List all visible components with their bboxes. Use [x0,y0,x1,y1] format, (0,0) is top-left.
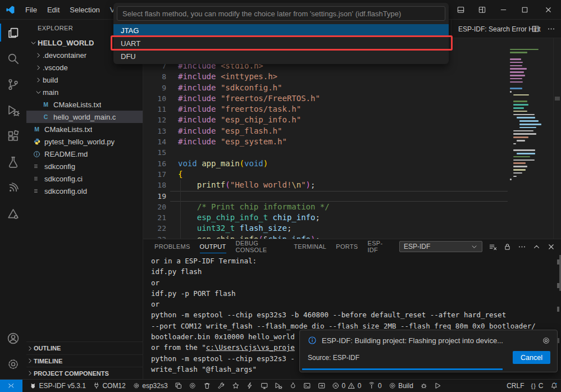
statusbar-language-mode[interactable]: {}C [527,380,546,392]
close-panel-icon[interactable] [547,243,555,251]
quick-pick-input[interactable] [117,6,445,21]
menu-edit[interactable]: Edit [42,4,65,16]
menu-selection[interactable]: Selection [65,4,104,16]
line-number: 20 [143,202,178,212]
toggle-panel-button[interactable] [450,0,471,20]
statusbar-open-command-button[interactable] [314,380,329,392]
statusbar-terminal-button[interactable] [300,380,314,392]
output-channel-select[interactable]: ESP-IDF [399,241,482,252]
quick-pick-option-dfu[interactable]: DFU [113,50,449,63]
panel-tab-esp-idf[interactable]: ESP-IDF [368,239,390,254]
cancel-button[interactable]: Cancel [513,351,550,364]
maximize-button[interactable] [514,0,535,20]
statusbar-sdk-config-button[interactable] [185,380,200,392]
panel-tab-problems[interactable]: PROBLEMS [154,239,190,254]
bell-icon [550,382,558,390]
wrench-icon [217,382,225,390]
section-project-components[interactable]: PROJECT COMPONENTS [26,367,143,379]
sidebar-item-sdkconfig[interactable]: sdkconfig [26,160,143,172]
statusbar-build-task[interactable]: Build [385,380,417,392]
statusbar-monitor-button[interactable] [257,380,272,392]
statusbar-notifications-bell[interactable] [547,380,561,392]
panel-tab-debug-console[interactable]: DEBUG CONSOLE [236,239,285,254]
chevron-down-icon [34,89,43,96]
file-label: sdkconfig [44,162,75,171]
chevron-right-icon [26,370,34,377]
minimap[interactable] [510,48,554,181]
statusbar-text: 0 [342,382,346,390]
panel-more-actions-icon[interactable] [518,243,526,251]
close-button[interactable] [535,0,561,20]
sidebar-item-hello-world-main-c[interactable]: Chello_world_main.c [26,111,143,123]
notification-settings-icon[interactable] [542,336,550,345]
statusbar-build-flash-monitor-button[interactable] [286,380,300,392]
statusbar-device-target[interactable]: esp32s3 [129,380,171,392]
activity-esp-idf[interactable] [0,200,26,226]
activity-run-and-debug[interactable] [0,97,26,123]
menu-file[interactable]: File [20,4,42,16]
sidebar-item-main[interactable]: main [26,86,143,98]
code-text: #include "sdkconfig.h" [178,83,282,93]
statusbar-custom-task-button[interactable] [214,380,229,392]
editor-more-actions-icon[interactable] [547,25,555,33]
gear-icon [189,382,197,390]
cmake-file-icon: M [32,126,42,133]
debug-icon [275,382,282,390]
code-text: #include "freertos/FreeRTOS.h" [178,93,320,104]
editor-scrollbar-thumb[interactable] [555,97,560,101]
sidebar-item-pytest-hello-world-py[interactable]: pytest_hello_world.py [26,135,143,148]
explorer-sidebar: EXPLORER HELLO_WORLD.devcontainer.vscode… [26,20,143,379]
output-file-link[interactable]: c:\Users\cjs\vs_proje [206,343,295,352]
minimize-button[interactable] [492,0,514,20]
sidebar-item-sdkconfig-ci[interactable]: sdkconfig.ci [26,172,143,185]
sidebar-item-sdkconfig-old[interactable]: sdkconfig.old [26,185,143,197]
sidebar-item-readme-md[interactable]: README.md [26,148,143,160]
split-editor-icon[interactable] [531,25,540,33]
code-editor[interactable]: 7#include <stdio.h>8#include <inttypes.h… [143,38,561,239]
section-outline[interactable]: OUTLINE [26,342,143,354]
statusbar-flash-method-button[interactable] [229,380,243,392]
panel-tab-terminal[interactable]: TERMINAL [294,239,326,254]
activity-search[interactable] [0,45,26,71]
activity-manage-settings[interactable] [0,351,26,377]
file-label: build [43,76,58,84]
code-text: uint32_t flash_size; [178,223,291,234]
panel-tab-ports[interactable]: PORTS [336,239,358,254]
clear-output-icon[interactable] [489,243,497,251]
lock-scroll-icon[interactable] [503,243,512,251]
statusbar-full-clean-button[interactable] [200,380,215,392]
activity-source-control[interactable] [0,71,26,97]
antenna-icon [368,382,376,390]
code-text: #include <inttypes.h> [178,71,277,82]
panel-header: PROBLEMSOUTPUTDEBUG CONSOLETERMINALPORTS… [143,239,561,254]
activity-accounts[interactable] [0,325,26,351]
sidebar-item-cmakelists-txt[interactable]: MCMakeLists.txt [26,123,143,135]
statusbar-ports-status[interactable]: 0 [364,380,385,392]
activity-testing[interactable] [0,149,26,175]
code-text: /* Print chip information */ [178,202,330,212]
sidebar-item-build[interactable]: build [26,74,143,86]
statusbar-serial-port[interactable]: COM12 [89,380,129,392]
statusbar-project-folder-button[interactable] [171,380,186,392]
activity-espressif-explorer[interactable] [0,175,26,200]
statusbar-run-button[interactable] [431,380,445,392]
window-controls [450,0,561,20]
statusbar-problems[interactable]: 00 [329,380,364,392]
statusbar-text: Build [398,382,413,390]
code-line: 15 [143,147,561,158]
activity-extensions[interactable] [0,123,26,149]
statusbar-flash-button[interactable] [243,380,257,392]
panel-tab-output[interactable]: OUTPUT [200,239,226,254]
code-text: printf("Hello world!\n"); [178,180,315,190]
activity-explorer[interactable] [0,20,26,45]
customize-layout-button[interactable] [471,0,492,20]
section-timeline[interactable]: TIMELINE [26,354,143,367]
sidebar-item-cmakelists-txt[interactable]: MCMakeLists.txt [26,98,143,111]
editor-region: ESP-IDF: Search Error Hint 7#include <st… [143,20,561,379]
statusbar-remote-indicator[interactable] [0,380,22,392]
statusbar-espidf-version[interactable]: ESP-IDF v5.3.1 [26,380,89,392]
maximize-panel-icon[interactable] [532,243,541,251]
statusbar-debug-status[interactable] [417,380,431,392]
statusbar-eol-indicator[interactable]: CRLF [503,380,527,392]
statusbar-debug-button[interactable] [271,380,286,392]
